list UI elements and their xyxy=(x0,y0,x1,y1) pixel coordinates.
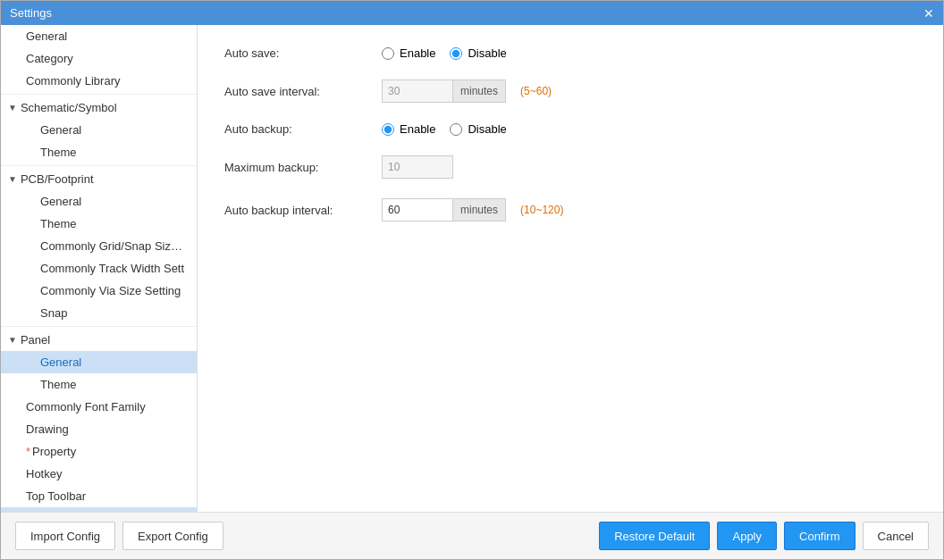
sidebar-item-hotkey[interactable]: Hotkey xyxy=(1,463,197,485)
sidebar-item-property-label: Property xyxy=(32,445,76,458)
auto-backup-enable-radio[interactable]: Enable xyxy=(382,122,435,136)
sidebar-item-schematic-general[interactable]: General xyxy=(1,119,197,141)
sidebar-item-pcb-snap[interactable]: Snap xyxy=(1,302,197,324)
auto-save-enable-input[interactable] xyxy=(382,47,394,60)
export-config-button[interactable]: Export Config xyxy=(122,522,223,550)
auto-backup-interval-unit: minutes xyxy=(453,198,506,221)
auto-save-disable-label: Disable xyxy=(468,46,506,60)
sidebar-item-pcb-grid-snap[interactable]: Commonly Grid/Snap Size S xyxy=(1,235,197,257)
sidebar-item-category[interactable]: Category xyxy=(1,47,197,70)
auto-backup-interval-input-group: minutes xyxy=(382,198,506,221)
auto-save-interval-label: Auto save interval: xyxy=(224,85,367,98)
close-button[interactable]: ✕ xyxy=(923,7,934,20)
sidebar-item-drawing[interactable]: Drawing xyxy=(1,418,197,440)
auto-save-interval-row: Auto save interval: minutes (5~60) xyxy=(224,79,916,103)
auto-save-disable-input[interactable] xyxy=(450,47,462,60)
sidebar-group-schematic-label: Schematic/Symbol xyxy=(21,101,117,114)
sidebar-group-panel-label: Panel xyxy=(21,333,50,347)
sidebar-item-top-toolbar[interactable]: Top Toolbar xyxy=(1,485,197,507)
property-asterisk: * xyxy=(26,445,30,458)
sidebar-item-property[interactable]: *Property xyxy=(1,440,197,463)
footer-left: Import Config Export Config xyxy=(15,522,592,550)
sidebar-item-general-top[interactable]: General xyxy=(1,25,197,47)
sidebar-item-pcb-theme[interactable]: Theme xyxy=(1,213,197,235)
max-backup-input[interactable] xyxy=(382,155,453,179)
auto-backup-interval-label: Auto backup interval: xyxy=(224,204,367,217)
auto-backup-controls: Enable Disable xyxy=(382,122,507,136)
auto-backup-interval-input[interactable] xyxy=(382,198,453,221)
sidebar-group-schematic[interactable]: ▼ Schematic/Symbol xyxy=(1,96,197,119)
dialog-body: General Category Commonly Library ▼ Sche… xyxy=(1,25,943,512)
auto-save-row: Auto save: Enable Disable xyxy=(224,46,916,60)
max-backup-row: Maximum backup: xyxy=(224,155,916,179)
auto-save-controls: Enable Disable xyxy=(382,46,507,60)
auto-backup-enable-label: Enable xyxy=(400,122,435,136)
apply-button[interactable]: Apply xyxy=(717,522,777,550)
sidebar-group-pcb[interactable]: ▼ PCB/Footprint xyxy=(1,168,197,190)
main-content: Auto save: Enable Disable Auto save inte… xyxy=(198,25,943,512)
auto-save-interval-input-group: minutes xyxy=(382,79,506,103)
restore-default-button[interactable]: Restore Default xyxy=(599,522,710,550)
settings-dialog: Settings ✕ General Category Commonly Lib… xyxy=(0,0,944,560)
max-backup-controls xyxy=(382,155,453,179)
sidebar-item-commonly-library[interactable]: Commonly Library xyxy=(1,70,197,92)
auto-backup-interval-controls: minutes (10~120) xyxy=(382,198,563,221)
sidebar-item-pcb-via-size[interactable]: Commonly Via Size Setting xyxy=(1,280,197,302)
auto-backup-disable-input[interactable] xyxy=(450,123,462,136)
auto-backup-interval-row: Auto backup interval: minutes (10~120) xyxy=(224,198,916,221)
arrow-icon-pcb: ▼ xyxy=(8,174,17,184)
confirm-button[interactable]: Confirm xyxy=(784,522,856,550)
sidebar-item-pcb-track-width[interactable]: Commonly Track Width Sett xyxy=(1,257,197,280)
title-bar: Settings ✕ xyxy=(1,1,943,25)
import-config-button[interactable]: Import Config xyxy=(15,522,115,550)
auto-save-label: Auto save: xyxy=(224,46,367,60)
auto-backup-disable-radio[interactable]: Disable xyxy=(450,122,506,136)
auto-backup-disable-label: Disable xyxy=(468,122,506,136)
auto-save-enable-label: Enable xyxy=(400,46,435,60)
auto-backup-row: Auto backup: Enable Disable xyxy=(224,122,916,136)
sidebar-item-commonly-font[interactable]: Commonly Font Family xyxy=(1,396,197,418)
dialog-footer: Import Config Export Config Restore Defa… xyxy=(1,512,943,559)
cancel-button[interactable]: Cancel xyxy=(863,522,929,550)
auto-save-interval-unit: minutes xyxy=(453,79,506,103)
sidebar-group-panel[interactable]: ▼ Panel xyxy=(1,329,197,351)
sidebar-item-schematic-theme[interactable]: Theme xyxy=(1,141,197,163)
auto-save-disable-radio[interactable]: Disable xyxy=(450,46,506,60)
arrow-icon-panel: ▼ xyxy=(8,335,17,345)
sidebar-item-pcb-general[interactable]: General xyxy=(1,190,197,213)
auto-save-interval-input[interactable] xyxy=(382,79,453,103)
max-backup-label: Maximum backup: xyxy=(224,161,367,174)
sidebar-item-panel-general[interactable]: General xyxy=(1,351,197,373)
auto-save-enable-radio[interactable]: Enable xyxy=(382,46,435,60)
sidebar: General Category Commonly Library ▼ Sche… xyxy=(1,25,198,512)
sidebar-group-pcb-label: PCB/Footprint xyxy=(21,172,94,186)
auto-backup-interval-range: (10~120) xyxy=(520,204,563,216)
dialog-title: Settings xyxy=(10,6,52,20)
auto-save-interval-range: (5~60) xyxy=(520,85,552,97)
sidebar-item-panel-theme[interactable]: Theme xyxy=(1,373,197,396)
arrow-icon: ▼ xyxy=(8,103,17,113)
auto-backup-enable-input[interactable] xyxy=(382,123,394,136)
auto-save-interval-controls: minutes (5~60) xyxy=(382,79,552,103)
auto-backup-label: Auto backup: xyxy=(224,122,367,136)
